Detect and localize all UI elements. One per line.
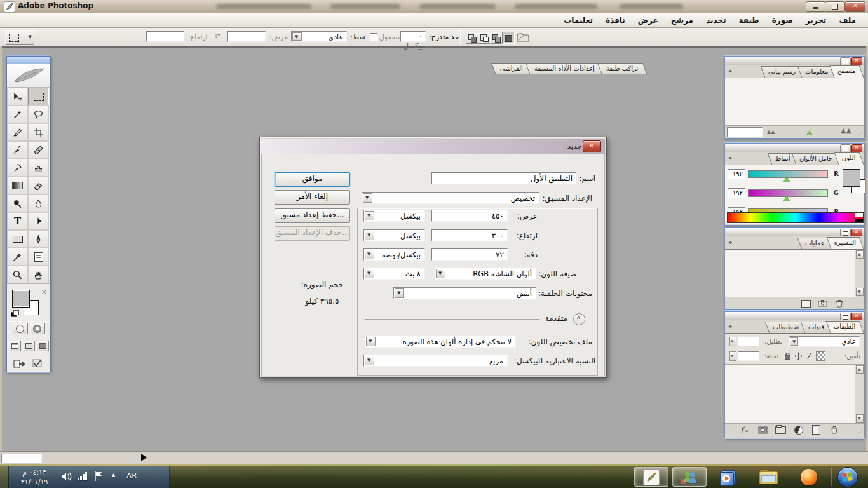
tool-path-select-button[interactable] bbox=[28, 212, 49, 230]
resolution-unit-select[interactable]: بيكسل/بوصة bbox=[363, 248, 425, 261]
dropdown-arrow-icon[interactable] bbox=[365, 250, 374, 259]
new-adjustment-layer-button[interactable] bbox=[792, 425, 804, 435]
fill-spinner-icon[interactable] bbox=[729, 351, 736, 361]
lock-pixels-icon[interactable] bbox=[805, 351, 813, 359]
new-layer-button[interactable] bbox=[810, 425, 822, 435]
status-arrow-icon[interactable] bbox=[141, 454, 147, 461]
lock-position-icon[interactable] bbox=[794, 351, 803, 359]
tool-eraser-button[interactable] bbox=[28, 177, 49, 194]
new-group-button[interactable] bbox=[775, 425, 787, 435]
dropdown-arrow-icon[interactable] bbox=[365, 231, 374, 240]
tab-paths[interactable]: تخطيطات bbox=[765, 322, 807, 333]
lock-transparency-icon[interactable] bbox=[816, 351, 825, 361]
dropdown-arrow-icon[interactable] bbox=[365, 211, 374, 220]
background-contents-select[interactable]: أبيض bbox=[393, 287, 536, 299]
dropdown-arrow-icon[interactable] bbox=[366, 337, 376, 346]
menu-window[interactable]: نافذة bbox=[600, 15, 631, 26]
scrollbar[interactable] bbox=[855, 250, 864, 297]
green-value-input[interactable]: ١٩٢ bbox=[728, 188, 745, 198]
standard-screen-button[interactable] bbox=[9, 341, 21, 351]
action-center-flag-icon[interactable] bbox=[93, 471, 104, 484]
panel-menu-icon[interactable]: » bbox=[728, 67, 732, 74]
panel-titlebar[interactable] bbox=[725, 228, 864, 236]
close-button[interactable] bbox=[844, 1, 865, 12]
toolbox-drag-strip[interactable] bbox=[7, 57, 50, 64]
dropdown-arrow-icon[interactable] bbox=[436, 269, 445, 278]
foreground-color-swatch[interactable] bbox=[843, 169, 860, 187]
tool-rectangular-marquee-button[interactable] bbox=[28, 88, 49, 105]
swap-colors-icon[interactable]: ⤭ bbox=[41, 288, 46, 296]
edit-in-imageready-button[interactable] bbox=[13, 358, 28, 369]
red-slider-handle[interactable] bbox=[783, 177, 790, 182]
tool-lasso-button[interactable] bbox=[28, 105, 49, 123]
tool-dodge-button[interactable] bbox=[7, 194, 28, 212]
menu-image[interactable]: صورة bbox=[766, 15, 799, 26]
menu-help[interactable]: تعليمات bbox=[558, 15, 599, 26]
tool-magic-wand-button[interactable] bbox=[7, 105, 28, 123]
dialog-titlebar[interactable]: جديد bbox=[261, 139, 605, 154]
taskbar-clock[interactable]: ٠٤:١٣ م ٣١/٠١/١٩ bbox=[14, 468, 55, 487]
show-desktop-button[interactable] bbox=[0, 466, 9, 488]
color-profile-select[interactable]: لا تتحكم في إدارة ألوان هذه الصورة bbox=[365, 336, 516, 348]
panel-menu-icon[interactable]: » bbox=[728, 239, 732, 246]
tab-tool-presets[interactable]: إعدادات الأداة المسبقة bbox=[526, 63, 604, 74]
tab-histogram[interactable]: رسم بياني bbox=[761, 66, 804, 78]
collapse-advanced-button[interactable] bbox=[573, 313, 585, 325]
menu-edit[interactable]: تحرير bbox=[800, 15, 832, 26]
tab-layers[interactable]: الطبقات bbox=[826, 321, 864, 333]
black-shortcut-swatch[interactable] bbox=[855, 219, 863, 222]
resolution-input[interactable]: ٧٢ bbox=[431, 248, 508, 261]
cancel-button[interactable]: إلغاء الأمر bbox=[275, 190, 350, 205]
menu-file[interactable]: ملف bbox=[833, 15, 862, 26]
minimize-button[interactable] bbox=[806, 1, 825, 12]
save-preset-button[interactable]: حفظ إعداد مسبق... bbox=[275, 208, 350, 223]
jump-to-checkmark-button[interactable] bbox=[30, 358, 45, 369]
tool-gradient-button[interactable] bbox=[7, 177, 28, 194]
tool-slice-button[interactable] bbox=[7, 123, 28, 141]
zoom-slider-handle[interactable] bbox=[806, 130, 813, 135]
name-input[interactable]: التطبيق الأول bbox=[431, 172, 576, 184]
height-unit-select[interactable]: بيكسل bbox=[363, 229, 425, 241]
tool-clone-stamp-button[interactable] bbox=[28, 159, 49, 177]
tool-shape-button[interactable] bbox=[7, 230, 28, 248]
quick-mask-mode-button[interactable] bbox=[30, 323, 45, 334]
dropdown-arrow-icon[interactable] bbox=[365, 269, 374, 278]
scroll-up-icon[interactable] bbox=[856, 365, 864, 374]
green-slider-handle[interactable] bbox=[783, 196, 790, 201]
dropdown-arrow-icon[interactable] bbox=[363, 193, 372, 203]
tool-zoom-button[interactable] bbox=[7, 266, 28, 283]
swap-dimensions-icon[interactable]: ⇄ bbox=[215, 32, 220, 40]
tab-swatches[interactable]: حامل الألوان bbox=[792, 153, 841, 165]
width-input[interactable]: ٤٥٠ bbox=[431, 210, 508, 222]
menu-layer[interactable]: طبقة bbox=[733, 15, 765, 26]
taskbar-photoshop-button[interactable] bbox=[634, 467, 668, 487]
tool-type-button[interactable]: T bbox=[7, 212, 28, 230]
restore-button[interactable] bbox=[825, 1, 844, 12]
volume-icon[interactable] bbox=[61, 471, 72, 484]
scroll-down-icon[interactable] bbox=[856, 414, 864, 423]
opacity-input[interactable] bbox=[738, 337, 759, 346]
red-value-input[interactable]: ١٩٢ bbox=[728, 169, 745, 179]
tab-history[interactable]: المسيرة bbox=[826, 237, 864, 249]
delete-layer-button[interactable] bbox=[828, 425, 840, 435]
tool-pen-button[interactable] bbox=[28, 230, 49, 248]
zoom-in-icon[interactable]: ▲▲ bbox=[841, 126, 851, 135]
fill-input[interactable] bbox=[738, 351, 759, 361]
tool-eyedropper-button[interactable] bbox=[7, 248, 28, 266]
tab-color[interactable]: اللون bbox=[834, 152, 864, 165]
language-indicator[interactable]: AR bbox=[126, 471, 137, 480]
dropdown-arrow-icon[interactable] bbox=[365, 356, 374, 365]
new-selection-button[interactable] bbox=[502, 32, 515, 44]
fullscreen-menubar-button[interactable] bbox=[23, 341, 35, 351]
blend-mode-select[interactable]: عادي bbox=[789, 336, 860, 347]
delete-state-button[interactable] bbox=[833, 299, 845, 308]
marquee-width-input[interactable] bbox=[227, 31, 266, 42]
opacity-spinner-icon[interactable] bbox=[729, 337, 736, 346]
taskbar-media-player-button[interactable] bbox=[710, 467, 745, 487]
tool-blur-button[interactable] bbox=[28, 194, 49, 212]
color-mode-select[interactable]: ألوان الشاشة RGB bbox=[435, 268, 536, 280]
scroll-down-icon[interactable] bbox=[856, 288, 864, 296]
layers-list[interactable] bbox=[725, 364, 864, 423]
layer-style-button[interactable]: ƒ⌄ bbox=[739, 425, 751, 435]
white-shortcut-swatch[interactable] bbox=[855, 213, 863, 217]
